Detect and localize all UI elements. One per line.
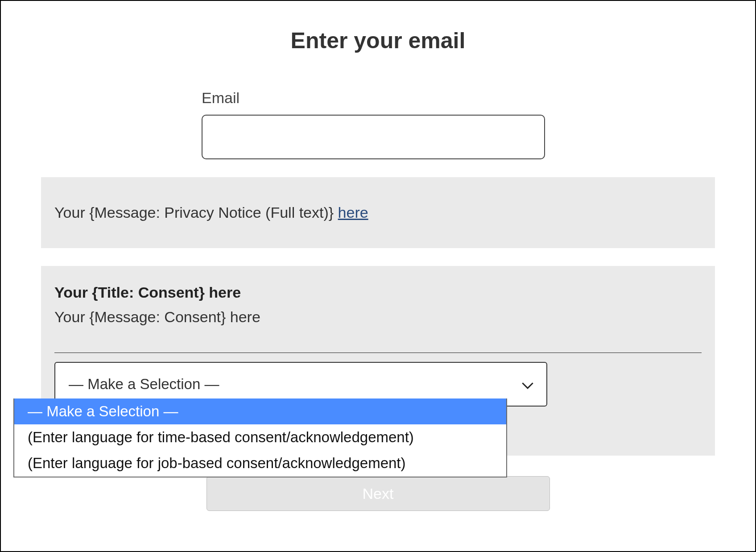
consent-message: Your {Message: Consent} here bbox=[54, 308, 702, 326]
page-title: Enter your email bbox=[41, 28, 715, 54]
email-row: Email bbox=[202, 89, 715, 159]
email-label: Email bbox=[202, 89, 715, 107]
privacy-link[interactable]: here bbox=[338, 204, 368, 221]
divider bbox=[54, 353, 702, 353]
next-button[interactable]: Next bbox=[207, 476, 550, 511]
privacy-notice-panel: Your {Message: Privacy Notice (Full text… bbox=[41, 177, 715, 248]
chevron-down-icon bbox=[521, 382, 534, 390]
consent-title: Your {Title: Consent} here bbox=[54, 284, 702, 301]
email-input[interactable] bbox=[202, 115, 545, 159]
consent-option-time-based[interactable]: (Enter language for time-based consent/a… bbox=[14, 424, 506, 450]
form-container: Enter your email Email Your {Message: Pr… bbox=[0, 0, 756, 552]
privacy-prefix: Your {Message: Privacy Notice (Full text… bbox=[54, 204, 338, 221]
privacy-notice-text: Your {Message: Privacy Notice (Full text… bbox=[54, 204, 702, 221]
consent-dropdown-list: — Make a Selection — (Enter language for… bbox=[13, 398, 507, 477]
consent-option-placeholder[interactable]: — Make a Selection — bbox=[14, 398, 506, 424]
consent-option-job-based[interactable]: (Enter language for job-based consent/ac… bbox=[14, 450, 506, 476]
consent-select-display: — Make a Selection — bbox=[69, 376, 219, 393]
